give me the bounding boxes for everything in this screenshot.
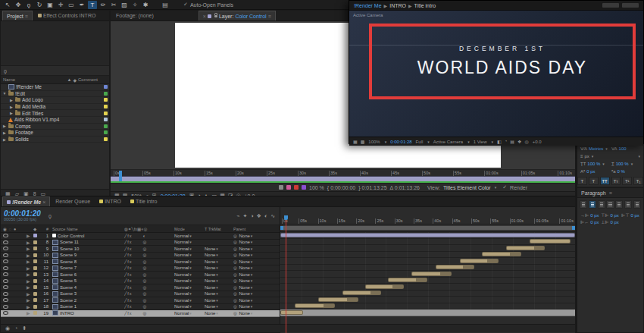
- layer-switches[interactable]: ╱fx ◎: [124, 278, 174, 283]
- timeline-column-headers[interactable]: ◉◌● ◆ # Source Name ◍✦╲fx▦◐◎ Mode T TrkM…: [1, 225, 280, 233]
- project-item[interactable]: ▼ !Edit: [1, 91, 109, 98]
- visibility-eye-icon[interactable]: [3, 266, 8, 270]
- chevron-down-icon[interactable]: ▾: [251, 278, 253, 283]
- twirl-arrow-icon[interactable]: ▶: [27, 272, 33, 277]
- layer-label-chip[interactable]: [33, 305, 37, 309]
- twirl-arrow-icon[interactable]: ▼: [2, 91, 7, 96]
- twirl-arrow-icon[interactable]: ▶: [27, 278, 33, 284]
- superscript-button[interactable]: T¹: [622, 177, 632, 185]
- motion-blur-switch[interactable]: ◎: [143, 298, 148, 303]
- blend-mode-select[interactable]: Normal▾: [174, 234, 205, 238]
- expand-inout-icon[interactable]: ⬍: [22, 325, 27, 331]
- layer-switches[interactable]: ╱fx ◎: [124, 285, 174, 290]
- layer-bar-row[interactable]: [280, 252, 575, 259]
- motion-blur-switch[interactable]: ◎: [143, 253, 148, 257]
- project-item-name[interactable]: !Render Me: [16, 84, 102, 90]
- fx-switch[interactable]: ╱fx: [124, 298, 133, 303]
- layer-time-ruler[interactable]: 0s05s10s15s20s25s30s35s40s45s50s55s01:00…: [111, 170, 575, 176]
- motion-blur-icon[interactable]: ◐: [264, 213, 267, 219]
- pick-whip-icon[interactable]: ◎: [233, 304, 238, 309]
- layer-label-chip[interactable]: [33, 285, 37, 289]
- column-name[interactable]: Name: [3, 77, 65, 82]
- fx-switch[interactable]: ╱fx: [124, 234, 133, 238]
- transparency-grid-icon[interactable]: ▩: [361, 139, 365, 144]
- track-matte-select[interactable]: None▾: [205, 298, 233, 303]
- chevron-down-icon[interactable]: ▾: [216, 298, 218, 303]
- align-center-button[interactable]: [589, 200, 596, 209]
- layer-current-time-indicator[interactable]: [119, 171, 122, 181]
- track-matte-select[interactable]: None▾: [205, 311, 233, 316]
- twirl-arrow-icon[interactable]: ▶: [27, 240, 33, 245]
- parent-select[interactable]: ◎ None▾: [233, 247, 277, 251]
- blend-mode-select[interactable]: Normal▾: [174, 247, 205, 251]
- out-marker-icon[interactable]: [294, 185, 299, 190]
- indent-right-field[interactable]: ⊫← 0 px: [580, 219, 599, 225]
- layer-duration-bar[interactable]: [411, 272, 452, 276]
- panel-timecode[interactable]: 0:00:01:28: [390, 140, 411, 144]
- expand-transfer-controls-icon[interactable]: ◔: [14, 325, 17, 331]
- source-name-column[interactable]: Source Name: [50, 227, 124, 231]
- project-item-name[interactable]: Add Media: [22, 104, 102, 109]
- panel-menu-icon[interactable]: ≡: [268, 14, 271, 19]
- work-area-end-handle[interactable]: [572, 226, 575, 230]
- layer-switches[interactable]: ╱fx ◎: [124, 291, 174, 296]
- expand-layer-switches-icon[interactable]: ◉: [5, 325, 10, 331]
- parent-select[interactable]: ◎ None▾: [233, 253, 277, 257]
- visibility-eye-icon[interactable]: [3, 240, 8, 244]
- indent-left-field[interactable]: →⊫ 0 px: [580, 212, 599, 218]
- small-caps-button[interactable]: Tᴛ: [611, 177, 621, 185]
- chevron-down-icon[interactable]: ▾: [216, 278, 218, 283]
- layer-label-chip[interactable]: [33, 266, 37, 270]
- comp-mini-flowchart-icon[interactable]: ⌁: [236, 213, 239, 219]
- pen-tool[interactable]: ✒: [77, 1, 86, 9]
- layer-source-name[interactable]: Scene 7: [50, 265, 124, 271]
- layer-switches[interactable]: ╱fx ◎: [124, 253, 174, 257]
- layer-switches[interactable]: ╱fx ◎: [124, 265, 174, 270]
- project-item-name[interactable]: Comps: [15, 124, 102, 129]
- chevron-down-icon[interactable]: ▾: [189, 304, 192, 309]
- draft-3d-icon[interactable]: ✦: [243, 213, 248, 219]
- visibility-eye-icon[interactable]: [3, 253, 8, 257]
- layer-source-name[interactable]: Scene 9: [50, 253, 124, 258]
- twirl-arrow-icon[interactable]: ▶: [2, 124, 7, 128]
- visibility-eye-icon[interactable]: [3, 234, 8, 237]
- track-matte-select[interactable]: None▾: [205, 304, 233, 309]
- project-item[interactable]: ▶ Solids: [1, 137, 109, 143]
- fx-switch[interactable]: ╱fx: [124, 272, 133, 277]
- blend-mode-select[interactable]: Normal▾: [174, 259, 205, 264]
- label-color-chip[interactable]: [104, 92, 108, 96]
- label-color-chip[interactable]: [104, 105, 108, 108]
- chevron-down-icon[interactable]: ▾: [251, 265, 253, 270]
- panel-menu-icon[interactable]: ≡: [25, 14, 28, 19]
- layer-source-name[interactable]: Scene 6: [50, 272, 124, 277]
- chevron-down-icon[interactable]: ▾: [605, 146, 608, 151]
- visibility-eye-icon[interactable]: [3, 292, 8, 296]
- type-tool[interactable]: T: [88, 1, 97, 9]
- twirl-arrow-icon[interactable]: ▶: [27, 265, 33, 271]
- tab-intro[interactable]: INTRO: [95, 197, 125, 206]
- chevron-down-icon[interactable]: ▾: [385, 140, 387, 144]
- stroke-width-field[interactable]: ≡ px ▾: [580, 154, 636, 159]
- layer-duration-bar[interactable]: [280, 310, 303, 315]
- chevron-down-icon[interactable]: ▾: [427, 140, 430, 144]
- pick-whip-icon[interactable]: ◎: [233, 278, 238, 283]
- twirl-arrow-icon[interactable]: ▶: [9, 111, 14, 115]
- motion-blur-switch[interactable]: ◎: [143, 304, 148, 309]
- layer-source-name[interactable]: Scene 4: [50, 284, 124, 290]
- channel-icon[interactable]: [302, 185, 306, 190]
- visibility-eye-icon[interactable]: [3, 259, 8, 263]
- shape-tool[interactable]: ▭: [67, 1, 76, 9]
- twirl-arrow-icon[interactable]: ▶: [27, 246, 33, 251]
- layer-label-chip[interactable]: [33, 272, 37, 276]
- label-color-chip[interactable]: [104, 130, 108, 134]
- pick-whip-icon[interactable]: ◎: [233, 272, 238, 277]
- label-color-chip[interactable]: [104, 118, 108, 121]
- out-point-value[interactable]: } 0:01:13:25: [358, 185, 386, 190]
- timeline-layer-row[interactable]: ▶ 11 Scene 8 ╱fx ◎ Normal▾ None▾ ◎ None▾: [1, 259, 280, 265]
- label-color-chip[interactable]: [104, 85, 108, 89]
- chevron-down-icon[interactable]: ▾: [189, 285, 192, 290]
- layer-bar-row[interactable]: [280, 271, 575, 278]
- window-control-button[interactable]: [622, 3, 639, 8]
- motion-blur-switch[interactable]: ◎: [143, 272, 148, 277]
- timeline-layer-row[interactable]: ▶ 18 Scene 1 ╱fx ◎ Normal▾ None▾ ◎ None▾: [1, 304, 280, 311]
